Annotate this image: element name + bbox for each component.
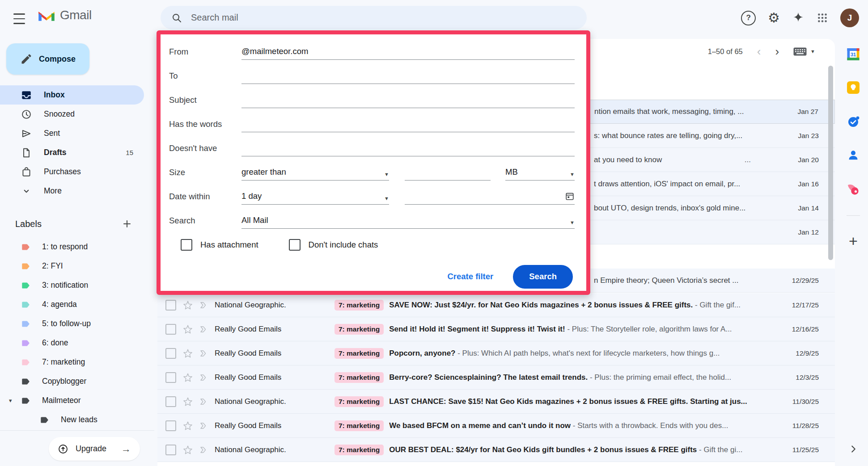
star-icon[interactable]: [182, 420, 193, 431]
has-words-input[interactable]: [241, 116, 575, 132]
select-checkbox[interactable]: [165, 396, 176, 407]
size-amount-input[interactable]: [405, 164, 491, 181]
sidebar-label-item[interactable]: ▾ 7: marketing: [0, 353, 144, 372]
importance-marker-icon[interactable]: [199, 396, 209, 407]
sidebar-item-drafts[interactable]: Drafts 15: [0, 143, 144, 162]
importance-marker-icon[interactable]: [199, 420, 209, 431]
from-input[interactable]: @mailmeteor.com: [241, 44, 575, 60]
select-checkbox[interactable]: [165, 348, 176, 359]
sidebar-item-snoozed[interactable]: Snoozed: [0, 105, 144, 124]
star-icon[interactable]: [182, 324, 193, 335]
field-label: From: [169, 47, 241, 57]
label-chip[interactable]: 7: marketing: [334, 445, 384, 455]
sidebar-item-sent[interactable]: Sent: [0, 124, 144, 143]
scrollbar[interactable]: [828, 66, 833, 260]
email-snippet-fragment: at you need to know: [594, 155, 745, 164]
field-label: Size: [169, 168, 241, 177]
settings-gear-icon[interactable]: ⚙: [768, 11, 780, 25]
email-row[interactable]: Really Good Emails 7: marketing Send it!…: [157, 317, 835, 341]
date-within-select[interactable]: 1 day ▼: [241, 189, 389, 205]
date-input[interactable]: [405, 189, 575, 205]
mailmeteor-comet-icon[interactable]: [847, 183, 860, 198]
search-icon[interactable]: [171, 13, 182, 23]
has-attachment-checkbox[interactable]: [181, 239, 192, 251]
contacts-icon[interactable]: [847, 149, 860, 163]
size-operator-select[interactable]: greater than ▼: [241, 164, 389, 181]
sidebar-label-item[interactable]: ▾ 5: to follow-up: [0, 314, 144, 333]
email-row[interactable]: National Geographic. 7: marketing LAST C…: [157, 390, 835, 414]
label-name: Copyblogger: [42, 377, 86, 386]
importance-marker-icon[interactable]: [199, 300, 209, 311]
sidebar-label-item[interactable]: ▾ Copyblogger: [0, 372, 144, 391]
keep-icon[interactable]: [847, 81, 860, 96]
search-button[interactable]: Search: [513, 265, 573, 289]
subject-input[interactable]: [241, 92, 575, 108]
select-checkbox[interactable]: [165, 324, 176, 335]
gemini-sparkle-icon[interactable]: [792, 12, 804, 24]
help-icon[interactable]: ?: [741, 11, 756, 25]
label-chip[interactable]: 7: marketing: [334, 396, 384, 407]
create-filter-button[interactable]: Create filter: [447, 272, 493, 281]
search-input[interactable]: Search mail: [191, 13, 238, 23]
select-checkbox[interactable]: [165, 420, 176, 431]
sidebar-label-item[interactable]: ▾ 3: notification: [0, 276, 144, 295]
label-name: 7: marketing: [42, 357, 85, 367]
sidebar-item-inbox[interactable]: Inbox: [0, 85, 144, 105]
email-row[interactable]: Really Good Emails 7: marketing We based…: [157, 414, 835, 438]
importance-marker-icon[interactable]: [199, 324, 209, 335]
star-icon[interactable]: [182, 300, 193, 311]
label-chip[interactable]: 7: marketing: [334, 372, 384, 383]
tasks-icon[interactable]: [847, 115, 860, 130]
input-tools-dropdown[interactable]: ▼: [793, 47, 815, 56]
importance-marker-icon[interactable]: [199, 372, 209, 383]
search-bar[interactable]: Search mail: [161, 6, 587, 29]
email-row[interactable]: National Geographic. 7: marketing SAVE N…: [157, 293, 835, 317]
sidebar-label-item[interactable]: ▾ 1: to respond: [0, 237, 144, 256]
doesnt-have-input[interactable]: [241, 140, 575, 156]
sidebar-label-item[interactable]: ▾ 4: agenda: [0, 295, 144, 314]
newer-page-icon[interactable]: ‹: [757, 46, 761, 57]
search-scope-select[interactable]: All Mail ▼: [241, 213, 575, 229]
select-checkbox[interactable]: [165, 372, 176, 383]
email-row[interactable]: Really Good Emails 7: marketing Berry-co…: [157, 365, 835, 390]
star-icon[interactable]: [182, 396, 193, 407]
label-chip[interactable]: 7: marketing: [334, 300, 384, 311]
label-chip[interactable]: 7: marketing: [334, 348, 384, 359]
sidebar-label-item[interactable]: ▾ Mailmeteor: [0, 391, 144, 410]
sidebar-item-more[interactable]: More: [0, 181, 144, 201]
avatar[interactable]: J: [840, 8, 859, 27]
sidebar-label-item[interactable]: ▾ 2: FYI: [0, 256, 144, 276]
sidebar-item-purchases[interactable]: Purchases: [0, 162, 144, 181]
to-input[interactable]: [241, 68, 575, 84]
gmail-m-icon: [38, 8, 55, 22]
draft-icon: [21, 147, 32, 159]
star-icon[interactable]: [182, 348, 193, 359]
email-row[interactable]: Really Good Emails 7: marketing Popcorn,…: [157, 341, 835, 365]
star-icon[interactable]: [182, 372, 193, 383]
select-checkbox[interactable]: [165, 300, 176, 311]
email-date: 11/30/25: [778, 398, 819, 406]
email-row[interactable]: National Geographic. 7: marketing OUR BE…: [157, 438, 835, 462]
apps-grid-icon[interactable]: [817, 12, 828, 24]
calendar-icon[interactable]: 31: [847, 47, 860, 63]
add-label-icon[interactable]: [122, 218, 132, 231]
upgrade-button[interactable]: Upgrade →: [49, 437, 140, 461]
sidebar-label-item[interactable]: ▾ 6: done: [0, 333, 144, 353]
label-chip[interactable]: 7: marketing: [334, 420, 384, 431]
sidebar-label-item[interactable]: ▾ New leads: [0, 410, 144, 429]
size-unit-select[interactable]: MB ▼: [505, 164, 575, 181]
older-page-icon[interactable]: ›: [775, 46, 779, 57]
get-addons-icon[interactable]: +: [849, 232, 858, 250]
main-menu-icon[interactable]: [13, 13, 25, 25]
label-chip[interactable]: 7: marketing: [334, 324, 384, 335]
no-chats-checkbox[interactable]: [289, 239, 301, 251]
importance-marker-icon[interactable]: [199, 348, 209, 359]
importance-marker-icon[interactable]: [199, 445, 209, 455]
expand-arrow-icon[interactable]: ▾: [9, 397, 12, 404]
calendar-picker-icon[interactable]: [565, 191, 575, 201]
hide-side-panel-icon[interactable]: [847, 443, 859, 457]
compose-button[interactable]: Compose: [6, 43, 89, 75]
select-checkbox[interactable]: [165, 445, 176, 455]
star-icon[interactable]: [182, 445, 193, 455]
email-subject-line: Send it! Hold it! Segment it! Suppress i…: [389, 325, 773, 334]
